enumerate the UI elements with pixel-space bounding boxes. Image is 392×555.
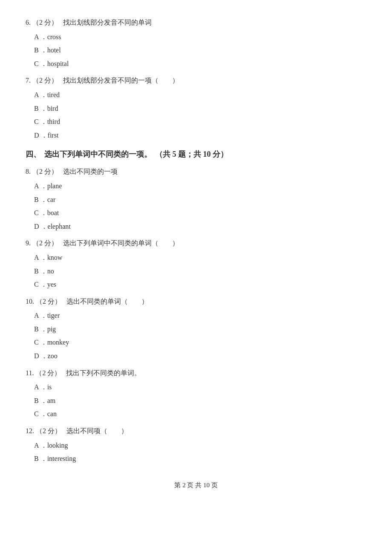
question-10: 10. （2 分） 选出不同类的单词（ ） A ．tiger B ．pig C …: [26, 296, 366, 362]
q8-text: 选出不同类的一项: [63, 168, 118, 175]
q7-number: 7.: [26, 77, 31, 84]
q11-points: （2 分）: [35, 369, 61, 377]
q6-text: 找出划线部分发音不同的单词: [63, 19, 152, 26]
q6-c-label: C ．: [34, 60, 47, 67]
q6-b-text: hotel: [47, 46, 61, 54]
q8-a-text: plane: [47, 182, 62, 190]
q8-points: （2 分）: [32, 168, 58, 175]
q6-c-text: hospital: [47, 60, 69, 67]
footer-text: 第 2 页 共 10 页: [174, 482, 217, 489]
q6-number: 6.: [26, 19, 31, 26]
q12-option-a: A ．looking: [26, 440, 366, 451]
q7-a-label: A ．: [34, 91, 47, 98]
q9-c-text: yes: [47, 281, 56, 288]
q8-b-text: car: [47, 196, 56, 203]
q9-option-c: C ．yes: [26, 279, 366, 290]
q7-points: （2 分）: [32, 77, 58, 84]
q8-d-text: elephant: [48, 223, 71, 230]
question-9: 9. （2 分） 选出下列单词中不同类的单词（ ） A ．know B ．no …: [26, 238, 366, 290]
q9-b-text: no: [47, 267, 54, 275]
q11-text: 找出下列不同类的单词。: [66, 369, 141, 377]
question-12-title: 12. （2 分） 选出不同项（ ）: [26, 426, 366, 437]
q10-b-text: pig: [47, 325, 56, 333]
question-10-title: 10. （2 分） 选出不同类的单词（ ）: [26, 296, 366, 307]
q8-option-b: B ．car: [26, 194, 366, 205]
q11-b-text: am: [47, 397, 56, 404]
q10-option-c: C ．monkey: [26, 337, 366, 348]
question-6: 6. （2 分） 找出划线部分发音不同的单词 A ．cross B ．hotel…: [26, 17, 366, 69]
q6-option-b: B ．hotel: [26, 45, 366, 56]
q12-points: （2 分）: [36, 427, 61, 434]
q7-b-label: B ．: [34, 105, 47, 112]
q7-text: 找出划线部分发音不同的一项（ ）: [63, 77, 179, 84]
q11-number: 11.: [26, 369, 34, 377]
q9-option-b: B ．no: [26, 266, 366, 277]
q6-points: （2 分）: [32, 19, 58, 26]
q7-c-label: C ．: [34, 118, 47, 125]
q8-number: 8.: [26, 168, 31, 175]
q7-option-b: B ．bird: [26, 103, 366, 114]
q10-option-a: A ．tiger: [26, 310, 366, 321]
section-4-header: 四、 选出下列单词中不同类的一项。 （共 5 题；共 10 分）: [26, 149, 366, 159]
q10-points: （2 分）: [36, 298, 61, 305]
q10-d-text: zoo: [48, 352, 58, 359]
q10-option-d: D ．zoo: [26, 351, 366, 362]
question-9-title: 9. （2 分） 选出下列单词中不同类的单词（ ）: [26, 238, 366, 249]
q10-c-text: monkey: [47, 339, 69, 346]
section-4-subtitle: （共 5 题；共 10 分）: [155, 149, 228, 159]
q11-option-c: C ．can: [26, 408, 366, 420]
q12-a-text: looking: [47, 442, 68, 449]
q8-option-d: D ．elephant: [26, 221, 366, 232]
q7-c-text: third: [47, 118, 60, 125]
q9-number: 9.: [26, 239, 31, 247]
q11-c-text: can: [47, 410, 57, 417]
q10-option-b: B ．pig: [26, 324, 366, 335]
q7-d-label: D ．: [34, 132, 48, 139]
question-6-title: 6. （2 分） 找出划线部分发音不同的单词: [26, 17, 366, 28]
question-7: 7. （2 分） 找出划线部分发音不同的一项（ ） A ．tired B ．bi…: [26, 75, 366, 141]
q6-a-label: A ．: [34, 33, 47, 40]
q9-text: 选出下列单词中不同类的单词（ ）: [63, 239, 179, 247]
q7-b-text: bird: [47, 105, 58, 112]
q8-option-c: C ．boat: [26, 207, 366, 219]
question-11-title: 11. （2 分） 找出下列不同类的单词。: [26, 368, 366, 379]
q11-option-b: B ．am: [26, 395, 366, 406]
q7-option-d: D ．first: [26, 130, 366, 141]
q12-text: 选出不同项（ ）: [66, 427, 128, 434]
page-footer: 第 2 页 共 10 页: [26, 481, 366, 489]
q12-option-b: B ．interesting: [26, 453, 366, 464]
question-8: 8. （2 分） 选出不同类的一项 A ．plane B ．car C ．boa…: [26, 166, 366, 232]
q6-a-text: cross: [47, 33, 61, 40]
q9-points: （2 分）: [32, 239, 58, 247]
q6-option-a: A ．cross: [26, 32, 366, 43]
q6-b-label: B ．: [34, 46, 47, 54]
q7-a-text: tired: [47, 91, 60, 98]
section-4-title: 选出下列单词中不同类的一项。: [44, 149, 152, 159]
q7-option-c: C ．third: [26, 116, 366, 127]
q6-option-c: C ．hospital: [26, 58, 366, 69]
q10-a-text: tiger: [47, 312, 60, 319]
q11-a-text: is: [47, 383, 52, 391]
q8-option-a: A ．plane: [26, 181, 366, 192]
question-12: 12. （2 分） 选出不同项（ ） A ．looking B ．interes…: [26, 426, 366, 464]
question-7-title: 7. （2 分） 找出划线部分发音不同的一项（ ）: [26, 75, 366, 86]
q10-number: 10.: [26, 298, 34, 305]
q12-b-text: interesting: [47, 455, 76, 462]
q7-d-text: first: [48, 132, 59, 139]
q8-c-text: boat: [47, 209, 59, 216]
q10-text: 选出不同类的单词（ ）: [66, 298, 148, 305]
section-4-prefix: 四、: [26, 149, 41, 159]
q11-option-a: A ．is: [26, 382, 366, 393]
question-11: 11. （2 分） 找出下列不同类的单词。 A ．is B ．am C ．can: [26, 368, 366, 420]
q9-a-text: know: [47, 254, 63, 261]
q12-number: 12.: [26, 427, 34, 434]
q9-option-a: A ．know: [26, 252, 366, 263]
question-8-title: 8. （2 分） 选出不同类的一项: [26, 166, 366, 177]
q7-option-a: A ．tired: [26, 89, 366, 101]
